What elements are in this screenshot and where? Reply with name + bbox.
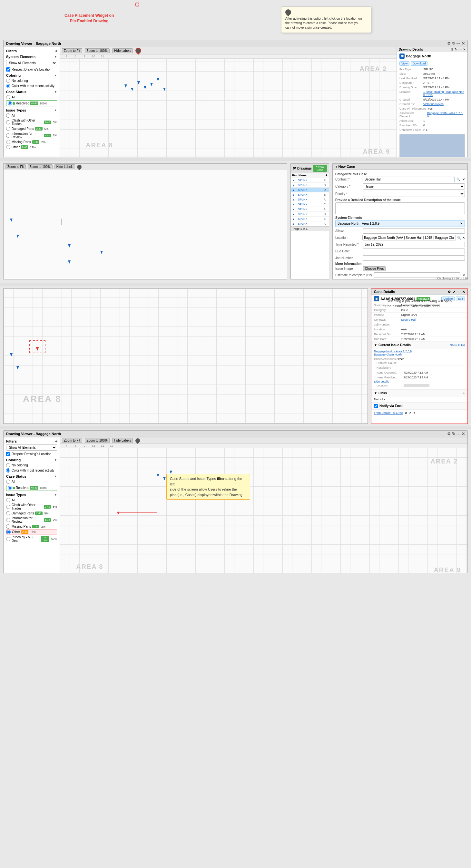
nc-priority-select[interactable] — [363, 191, 465, 197]
view-btn[interactable]: View — [400, 61, 409, 66]
blue-pin-left-1[interactable] — [10, 353, 12, 356]
issue-types-collapse-2[interactable]: ▼ — [54, 493, 57, 496]
cd-minimize-icon[interactable]: — — [457, 290, 460, 293]
dl-row-0[interactable]: ▲ SPLNX A — [291, 178, 329, 183]
punch-radio-2[interactable] — [6, 537, 10, 541]
nc-allow-input[interactable] — [363, 228, 465, 234]
filters-collapse-icon-2[interactable]: ◀ — [55, 440, 57, 443]
nc-location-input[interactable] — [363, 235, 456, 241]
minimize-icon[interactable]: — — [457, 41, 460, 46]
crosshair-icon[interactable] — [58, 219, 65, 225]
settings-icon[interactable]: ⚙ — [447, 41, 451, 46]
show-all-elements-2[interactable]: Show All Elements — [6, 444, 57, 451]
filters-header-2[interactable]: Filters ◀ — [6, 439, 57, 443]
blue-pin-4[interactable] — [100, 251, 103, 254]
cd-share-icon[interactable]: ↗ — [452, 290, 455, 293]
cd-current-issue-toggle[interactable]: ▼ Current Issue Details Show Initial — [371, 342, 467, 348]
download-btn[interactable]: Download — [411, 61, 428, 66]
all-issue-radio-2[interactable] — [6, 498, 10, 502]
pin-2-2[interactable] — [163, 477, 166, 480]
damaged-parts-radio[interactable] — [6, 127, 10, 131]
panel-controls-1[interactable]: ⚙ ↻ — ✕ — [447, 41, 465, 46]
all-status-radio-2[interactable] — [6, 479, 10, 484]
blue-pin-left-2[interactable] — [17, 366, 19, 369]
cd-show-initial[interactable]: Show Initial — [450, 344, 465, 347]
new-case-btn[interactable]: + New Case — [313, 165, 327, 172]
case-status-header-2[interactable]: Case Status ▼ — [6, 474, 57, 478]
no-coloring-radio-2[interactable] — [6, 463, 10, 467]
pin-marker[interactable] — [137, 81, 140, 85]
settings-icon-3[interactable]: ⚙ — [447, 432, 451, 436]
missing-parts-radio[interactable] — [6, 140, 10, 144]
created-by-value[interactable]: Victorino Reyes — [423, 102, 444, 106]
dl-row-6[interactable]: ▲ SPLNX A — [291, 207, 329, 212]
panel-controls-2[interactable]: ⚙ ↻ — ✕ — [447, 432, 465, 436]
pin-2-3[interactable] — [169, 471, 172, 474]
no-coloring-radio[interactable] — [6, 79, 10, 83]
close-icon-2[interactable]: ✕ — [463, 48, 466, 51]
issue-types-collapse-icon[interactable]: ▼ — [54, 108, 57, 112]
cd-links-add-icon[interactable]: + — [463, 391, 465, 395]
nc-due-date-input[interactable] — [363, 249, 465, 254]
dl-row-4[interactable]: ▲ SPLNX A — [291, 197, 329, 202]
zoom-fit-btn-2[interactable]: Zoom to Fit — [62, 438, 82, 443]
minimize-icon-2[interactable]: — — [459, 48, 462, 51]
refresh-icon-3[interactable]: ↻ — [452, 432, 455, 436]
dl-row-9[interactable]: ▲ SPLNX A — [291, 221, 329, 226]
cd-gear-icon[interactable]: ⚙ — [405, 411, 407, 414]
close-icon-3[interactable]: ✕ — [462, 432, 465, 436]
dl-row-5[interactable]: ▲ SPLNX E — [291, 202, 329, 207]
cd-add-icon[interactable]: ✕ — [409, 411, 412, 414]
zoom-100-btn-2[interactable]: Zoom to 100% — [85, 438, 109, 443]
minimize-icon-3[interactable]: — — [457, 432, 460, 436]
info-review-radio[interactable] — [6, 133, 10, 137]
all-status-radio[interactable] — [6, 95, 10, 99]
blue-pin-2[interactable] — [17, 235, 19, 238]
cd-plus-icon[interactable]: + — [414, 411, 415, 414]
nc-description-textarea[interactable] — [335, 203, 465, 214]
blue-pin-5[interactable] — [68, 260, 71, 264]
cd-edit-btn[interactable]: Edit — [456, 297, 465, 301]
damaged-radio-2[interactable] — [6, 511, 10, 516]
issue-types-header[interactable]: Issue Types ▼ — [6, 108, 57, 112]
cd-side-details[interactable]: Side details — [374, 380, 389, 383]
cd-notify-toggle[interactable]: Notify via Email — [371, 402, 467, 410]
filters-collapse-icon[interactable]: ◀ — [55, 49, 57, 53]
dl-row-2[interactable]: ▲ SPLNX D — [291, 188, 329, 192]
system-elements-header[interactable]: System Elements ▼ — [6, 55, 57, 59]
info-radio-2[interactable] — [6, 518, 10, 522]
case-status-header[interactable]: Case Status ▼ — [6, 90, 57, 94]
dl-row-7[interactable]: ▲ SPLNX C — [291, 212, 329, 217]
dl-row-1[interactable]: ▲ SPLNX C — [291, 183, 329, 188]
resolved-radio-2[interactable] — [8, 486, 12, 490]
missing-radio-2[interactable] — [6, 524, 10, 529]
nc-location-search-icon[interactable]: 🔍 — [457, 236, 461, 240]
cd-from-details[interactable]: From Details - 8/17/20 — [374, 411, 403, 414]
clash-radio-2[interactable] — [6, 505, 10, 509]
refresh-icon[interactable]: ↻ — [452, 41, 455, 46]
blue-pin-3[interactable] — [68, 244, 71, 248]
all-issue-radio[interactable] — [6, 114, 10, 118]
pin-icon-mini[interactable] — [76, 164, 83, 170]
respect-drawing-checkbox[interactable] — [6, 67, 10, 71]
case-status-collapse-icon[interactable]: ▼ — [54, 90, 57, 93]
settings-icon-2[interactable]: ⚙ — [450, 48, 453, 51]
system-elements-collapse-icon[interactable]: ▼ — [54, 55, 57, 58]
nc-system-elements-close[interactable]: ✕ — [460, 222, 463, 225]
coloring-collapse-icon[interactable]: ▼ — [54, 74, 57, 77]
hide-labels-btn-1[interactable]: Hide Labels — [112, 48, 133, 53]
cd-location-link-1[interactable]: Baggage North - Area 7,2,8,9 — [374, 350, 465, 353]
color-recent-radio-2[interactable] — [6, 468, 10, 472]
hide-labels-btn-mini[interactable]: Hide Labels — [55, 164, 75, 169]
zoom-fit-btn-mini[interactable]: Zoom to Fit — [5, 164, 26, 169]
location-value[interactable]: 1 Issue Training - Baggage North, DCA — [423, 90, 465, 97]
show-all-elements-dropdown[interactable]: Show All Elements — [6, 60, 57, 66]
cd-close-icon[interactable]: ✕ — [462, 290, 465, 293]
nc-choose-files-btn[interactable]: Choose Files — [363, 266, 385, 271]
dl-row-3[interactable]: ▲ SPLNX E — [291, 192, 329, 197]
pin-marker[interactable] — [144, 86, 146, 89]
other-radio-2[interactable] — [6, 530, 11, 534]
nc-contract-input[interactable] — [363, 177, 454, 182]
zoom-100-btn-mini[interactable]: Zoom to 100% — [28, 164, 53, 169]
nc-location-clear-icon[interactable]: ✕ — [462, 236, 465, 240]
